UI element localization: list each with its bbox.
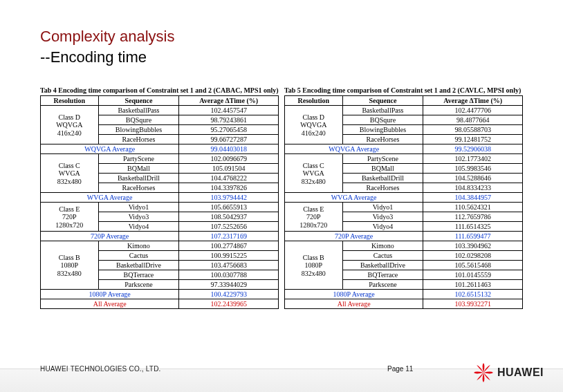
sequence-cell: Vidyo3 (98, 212, 179, 222)
value-cell: 104.5288646 (423, 174, 523, 183)
average-label: 1080P Average (41, 290, 179, 299)
value-cell: 102.1773402 (423, 154, 523, 164)
sequence-cell: RaceHorses (98, 135, 179, 144)
group-average-row: WVGA Average103.9794442 (41, 193, 279, 203)
group-average-row: WVGA Average104.3844957 (285, 193, 523, 203)
sequence-cell: RaceHorses (98, 183, 179, 193)
value-cell: 100.2774867 (179, 241, 279, 251)
sequence-cell: Parkscene (342, 280, 423, 290)
table-row: Class CWVGA832x480 PartyScene 102.177340… (285, 154, 523, 164)
table-row: Class B1080P832x480 Kimono 100.2774867 (41, 241, 279, 251)
group-average-row: 720P Average107.2317169 (41, 232, 279, 241)
value-cell: 105.091504 (179, 164, 279, 174)
value-cell: 102.0298208 (423, 251, 523, 261)
sequence-cell: BQSqure (98, 115, 179, 125)
value-cell: 97.33944029 (179, 280, 279, 290)
col-sequence: Sequence (98, 96, 179, 106)
average-label: 720P Average (285, 232, 423, 241)
value-cell: 103.4756683 (179, 261, 279, 270)
sequence-cell: Vidyo4 (98, 222, 179, 232)
value-cell: 101.0145559 (423, 270, 523, 280)
all-average-row: All Average102.2439965 (41, 299, 279, 309)
value-cell: 99.12481752 (423, 135, 523, 144)
group-average-row: 1080P Average102.6515132 (285, 290, 523, 299)
sequence-cell: BQTerrace (98, 270, 179, 280)
average-label: WQVGA Average (285, 144, 423, 154)
value-cell: 102.0096679 (179, 154, 279, 164)
sequence-cell: PartyScene (342, 154, 423, 164)
huawei-flower-icon (474, 363, 493, 382)
average-value: 107.2317169 (179, 232, 279, 241)
table-row: Class CWVGA832x480 PartyScene 102.009667… (41, 154, 279, 164)
page-subtitle: --Encoding time (40, 47, 523, 68)
value-cell: 100.9915225 (179, 251, 279, 261)
sequence-cell: Parkscene (98, 280, 179, 290)
tables-container: Tab 4 Encoding time comparison of Constr… (40, 86, 523, 309)
average-value: 99.52906038 (423, 144, 523, 154)
average-value: 99.04403018 (179, 144, 279, 154)
value-cell: 105.5615468 (423, 261, 523, 270)
value-cell: 98.4877664 (423, 115, 523, 125)
sequence-cell: BasketballDrill (342, 174, 423, 183)
resolution-cell: Class DWQVGA416x240 (285, 106, 343, 144)
average-value: 100.4229793 (179, 290, 279, 299)
value-cell: 104.4768222 (179, 174, 279, 183)
table-header-row: Resolution Sequence Average ΔTime (%) (285, 96, 523, 106)
table-block-tab4: Tab 4 Encoding time comparison of Constr… (40, 86, 279, 309)
page-number: Page 11 (387, 365, 413, 373)
col-resolution: Resolution (285, 96, 343, 106)
value-cell: 105.9983546 (423, 164, 523, 174)
value-cell: 110.5624321 (423, 203, 523, 212)
average-value: 102.6515132 (423, 290, 523, 299)
sequence-cell: Vidyo3 (342, 212, 423, 222)
resolution-cell: Class B1080P832x480 (41, 241, 99, 290)
value-cell: 112.7659786 (423, 212, 523, 222)
value-cell: 104.3397826 (179, 183, 279, 193)
value-cell: 102.4457547 (179, 106, 279, 115)
resolution-cell: Class B1080P832x480 (285, 241, 343, 290)
sequence-cell: Vidyo1 (98, 203, 179, 212)
sequence-cell: BQMall (98, 164, 179, 174)
sequence-cell: Vidyo1 (342, 203, 423, 212)
value-cell: 95.27065458 (179, 125, 279, 135)
all-average-row: All Average103.9932271 (285, 299, 523, 309)
resolution-cell: Class E720P1280x720 (41, 203, 99, 232)
table-row: Class B1080P832x480 Kimono 103.3904962 (285, 241, 523, 251)
sequence-cell: BasketballPass (98, 106, 179, 115)
average-label: 1080P Average (285, 290, 423, 299)
all-average-label: All Average (41, 299, 179, 309)
sequence-cell: BQMall (342, 164, 423, 174)
resolution-cell: Class DWQVGA416x240 (41, 106, 99, 144)
group-average-row: 720P Average111.6599477 (285, 232, 523, 241)
page-title: Complexity analysis (40, 26, 523, 47)
sequence-cell: BlowingBubbles (98, 125, 179, 135)
sequence-cell: BasketballPass (342, 106, 423, 115)
all-average-value: 103.9932271 (423, 299, 523, 309)
col-avg-dtime: Average ΔTime (%) (179, 96, 279, 106)
table-row: Class DWQVGA416x240 BasketballPass 102.4… (41, 106, 279, 115)
table-tab5: Resolution Sequence Average ΔTime (%) Cl… (284, 95, 523, 309)
value-cell: 101.2611463 (423, 280, 523, 290)
huawei-logo-text: HUAWEI (497, 366, 544, 379)
resolution-cell: Class CWVGA832x480 (41, 154, 99, 193)
sequence-cell: Kimono (342, 241, 423, 251)
all-average-label: All Average (285, 299, 423, 309)
resolution-cell: Class CWVGA832x480 (285, 154, 343, 193)
value-cell: 98.05588703 (423, 125, 523, 135)
average-label: WVGA Average (41, 193, 179, 203)
value-cell: 98.79243861 (179, 115, 279, 125)
value-cell: 100.0307788 (179, 270, 279, 280)
slide: Complexity analysis --Encoding time Tab … (0, 0, 563, 392)
resolution-cell: Class E720P1280x720 (285, 203, 343, 232)
sequence-cell: Cactus (342, 251, 423, 261)
sequence-cell: Cactus (98, 251, 179, 261)
sequence-cell: BasketballDrive (342, 261, 423, 270)
table-tab4: Resolution Sequence Average ΔTime (%) Cl… (40, 95, 279, 309)
average-value: 104.3844957 (423, 193, 523, 203)
sequence-cell: BasketballDrive (98, 261, 179, 270)
col-resolution: Resolution (41, 96, 99, 106)
sequence-cell: BlowingBubbles (342, 125, 423, 135)
col-sequence: Sequence (342, 96, 423, 106)
group-average-row: 1080P Average100.4229793 (41, 290, 279, 299)
col-avg-dtime: Average ΔTime (%) (423, 96, 523, 106)
